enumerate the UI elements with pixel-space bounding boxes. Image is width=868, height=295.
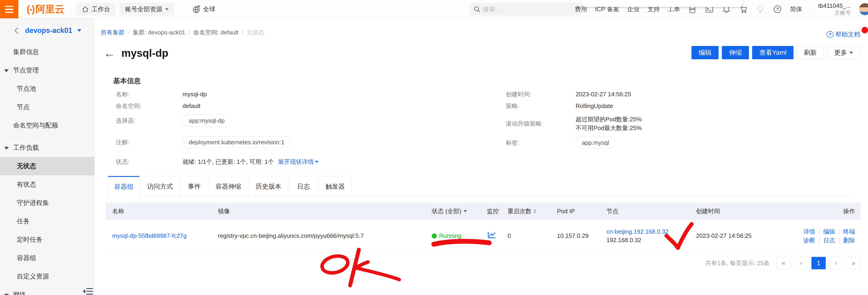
sort-icon (533, 209, 536, 214)
sidebar-item-node-pools[interactable]: 节点池 (0, 79, 94, 98)
aliyun-logo-mark: (-) (27, 4, 34, 15)
action-separator: | (838, 236, 840, 245)
view-yaml-button[interactable]: 查看Yaml (752, 46, 794, 59)
breadcrumb-namespace: 命名空间: default (193, 29, 239, 36)
breadcrumb-separator: / (188, 29, 190, 36)
help-doc-link[interactable]: ? 帮助文档 (827, 30, 860, 39)
sidebar-item-jobs[interactable]: 任务 (0, 212, 94, 230)
sidebar-section-network[interactable]: 网络 (0, 286, 94, 295)
pod-monitor-cell[interactable] (480, 231, 501, 240)
more-dropdown-button[interactable]: 更多 (827, 46, 860, 59)
global-search[interactable] (470, 3, 581, 15)
sidebar-item-cronjobs[interactable]: 定时任务 (0, 230, 94, 249)
breadcrumb-cluster: 集群: devops-ack01 (133, 29, 185, 36)
pod-ip: 10.157.0.29 (551, 232, 600, 239)
pagination-prev-button[interactable]: ‹ (794, 257, 808, 269)
rolling-line2: 不可用Pod最大数量:25% (576, 124, 642, 132)
refresh-button[interactable]: 刷新 (797, 46, 824, 59)
sidebar-item-daemonsets[interactable]: 守护进程集 (0, 194, 94, 212)
scale-button[interactable]: 伸缩 (722, 46, 749, 59)
tab-scaling[interactable]: 容器伸缩 (208, 176, 248, 197)
search-icon (473, 5, 480, 13)
action-separator: | (838, 227, 840, 236)
action-details[interactable]: 详情 (803, 227, 815, 236)
aliyun-logo[interactable]: (-) 阿里云 (27, 0, 65, 19)
pagination-last-button[interactable]: » (846, 257, 861, 269)
svg-text:?: ? (776, 7, 779, 12)
labels-tag: app:mysql (576, 137, 615, 149)
running-status-text: Running (439, 232, 461, 239)
pagination-next-button[interactable]: › (829, 257, 843, 269)
search-input[interactable] (483, 6, 570, 13)
action-terminal[interactable]: 终端 (843, 227, 855, 236)
tab-pods[interactable]: 容器组 (108, 176, 140, 197)
pod-status: Running (425, 232, 480, 239)
breadcrumb-all-clusters[interactable]: 所有集群 (101, 29, 125, 36)
sidebar-section-node-management[interactable]: 节点管理 (0, 61, 94, 79)
pagination-first-button[interactable]: « (776, 257, 791, 269)
pagination-page-1[interactable]: 1 (811, 257, 826, 269)
sidebar-collapse-icon[interactable] (83, 287, 94, 295)
account-name: tb411045_... (818, 2, 851, 10)
tab-logs[interactable]: 日志 (288, 176, 319, 197)
global-region-selector[interactable]: 全球 (192, 0, 215, 19)
tab-access[interactable]: 访问方式 (139, 176, 181, 197)
sidebar-item-pods[interactable]: 容器组 (0, 249, 94, 267)
col-restarts-sortable[interactable]: 重启次数 (501, 207, 551, 215)
help-question-icon: ? (827, 31, 834, 38)
global-label: 全球 (203, 5, 215, 13)
sidebar-divider (6, 136, 88, 137)
info-row-strategy: 策略: RollingUpdate (506, 102, 613, 110)
sidebar-item-custom-resources[interactable]: 自定义资源 (0, 267, 94, 286)
sidebar-item-nodes[interactable]: 节点 (0, 98, 94, 116)
edit-button[interactable]: 编辑 (691, 46, 719, 59)
aliyun-logo-text: 阿里云 (36, 3, 65, 15)
tips-bulb-icon[interactable] (756, 5, 765, 14)
expand-status-link[interactable]: 展开现状详情 (278, 158, 318, 166)
info-row-rolling-label: 滚动升级策略: (506, 119, 543, 128)
help-circle-icon[interactable]: ? (773, 5, 782, 14)
section-collapse-caret-icon (4, 294, 9, 295)
sidebar-section-workloads[interactable]: 工作负载 (0, 138, 94, 157)
sidebar-item-cluster-info[interactable]: 集群信息 (0, 43, 94, 61)
sidebar-item-label: 容器组 (17, 254, 36, 262)
account-info[interactable]: tb411045_... 主账号 (818, 2, 851, 17)
chevron-down-icon (165, 8, 169, 10)
language-selector[interactable]: 简体 (790, 5, 802, 13)
sidebar-item-deployments[interactable]: 无状态 (0, 157, 94, 175)
back-arrow-icon[interactable]: ← (103, 47, 115, 59)
sidebar-item-namespaces-quotas[interactable]: 命名空间与配额 (0, 116, 94, 135)
col-actions: 操作 (784, 207, 861, 215)
pod-name-link[interactable]: mysql-dp-55fbd69987-fc27g (112, 232, 187, 239)
pod-actions: 详情 | 编辑 | 终端 诊断 | 日志 | 删除 (784, 227, 861, 245)
account-resources-dropdown[interactable]: 账号全部资源 (120, 3, 174, 15)
action-diagnose[interactable]: 诊断 (803, 236, 815, 245)
avatar[interactable] (859, 3, 868, 15)
action-logs[interactable]: 日志 (823, 236, 835, 245)
annotation-tag: deployment.kubernetes.io/revision:1 (183, 136, 290, 148)
col-monitor: 监控 (480, 207, 501, 215)
strategy-value: RollingUpdate (576, 102, 613, 109)
col-name: 名称 (106, 207, 212, 215)
home-icon (82, 6, 89, 13)
namespace-value: default (183, 102, 200, 109)
globe-icon (192, 5, 201, 13)
tab-triggers[interactable]: 触发器 (319, 176, 352, 197)
account-divider (810, 4, 810, 15)
col-status-filter[interactable]: 状态 (全部) (425, 207, 480, 215)
pod-restarts: 0 (501, 232, 551, 239)
cluster-switcher[interactable]: devops-ack01 (0, 19, 94, 43)
node-link[interactable]: cn-beijing.192.168.0.32 (607, 227, 690, 236)
sidebar-item-label: 任务 (17, 217, 30, 226)
svg-text:APP: APP (690, 8, 695, 11)
sidebar-item-label: 网络 (13, 290, 26, 295)
sidebar-item-statefulsets[interactable]: 有状态 (0, 175, 94, 194)
hamburger-menu-icon[interactable] (0, 0, 19, 19)
tab-history[interactable]: 历史版本 (248, 176, 288, 197)
action-delete[interactable]: 删除 (843, 236, 855, 245)
help-doc-label: 帮助文档 (835, 30, 860, 39)
cluster-dropdown-caret-icon (77, 29, 81, 32)
tab-events[interactable]: 事件 (181, 176, 208, 197)
action-edit[interactable]: 编辑 (823, 227, 835, 236)
workbench-button[interactable]: 工作台 (76, 3, 116, 15)
